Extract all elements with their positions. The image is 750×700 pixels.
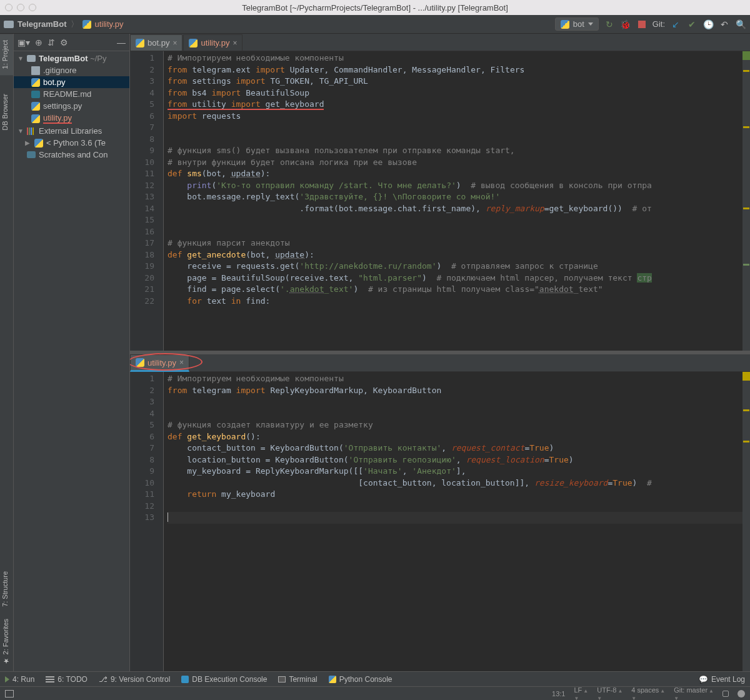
rail-tab-db-browser[interactable]: DB Browser [0, 88, 13, 137]
locate-icon[interactable]: ⊕ [35, 38, 42, 48]
line-number: 5 [132, 419, 154, 431]
tool-python-console[interactable]: Python Console [329, 675, 392, 684]
warning-stripe[interactable] [743, 70, 749, 72]
warning-stripe[interactable] [743, 409, 749, 411]
collapse-all-icon[interactable]: ⇵ [48, 38, 55, 48]
breadcrumb[interactable]: TelegramBot 〉 utility.py [4, 19, 124, 30]
expand-icon[interactable]: ▼ [18, 128, 24, 134]
minimize-traffic-icon[interactable] [17, 4, 24, 11]
status-encoding[interactable]: UTF-8▲▼ [597, 686, 622, 701]
warning-stripe[interactable] [743, 208, 749, 209]
line-number: 21 [132, 284, 154, 296]
line-number: 17 [132, 238, 154, 249]
left-tool-rail: 1: Project DB Browser 7: Structure ★ 2: … [0, 34, 14, 671]
vcs-update-icon[interactable]: ↙ [670, 19, 681, 30]
code-body-top[interactable]: # Импортируем необходимые компоненты fro… [164, 51, 750, 351]
project-tree[interactable]: ▼ TelegramBot ~/Py .gitignore bot.py REA… [14, 51, 129, 161]
line-number: 19 [132, 261, 154, 272]
tab-bot[interactable]: bot.py × [130, 34, 182, 51]
status-bar: 13:1 LF▲▼ UTF-8▲▼ 4 spaces▲▼ Git: master… [0, 686, 750, 700]
tree-label: README.md [43, 89, 91, 99]
vcs-revert-icon[interactable]: ↶ [719, 19, 730, 30]
rail-tab-favorites[interactable]: ★ 2: Favorites [0, 612, 13, 671]
status-caret-position[interactable]: 13:1 [552, 690, 565, 698]
breadcrumb-root[interactable]: TelegramBot [18, 19, 67, 29]
tool-db-console[interactable]: DB Execution Console [181, 675, 267, 684]
tree-file-bot[interactable]: bot.py [14, 76, 129, 88]
tool-windows-icon[interactable] [5, 690, 14, 698]
scope-selector-icon[interactable]: ▣▾ [18, 38, 30, 48]
inspection-status-icon[interactable] [742, 51, 750, 60]
project-tool-window: ▣▾ ⊕ ⇵ ⚙ — ▼ TelegramBot ~/Py .gitignore… [14, 34, 130, 671]
python-file-icon [189, 39, 198, 48]
close-tab-icon[interactable]: × [232, 39, 237, 48]
tree-scratches[interactable]: Scratches and Con [14, 149, 129, 161]
folder-icon [27, 55, 36, 62]
status-indent[interactable]: 4 spaces▲▼ [631, 686, 665, 701]
hide-panel-icon[interactable]: — [117, 38, 126, 48]
rail-tab-project[interactable]: 1: Project [0, 34, 13, 75]
search-everywhere-icon[interactable]: 🔍 [735, 19, 746, 30]
tree-python-sdk[interactable]: ▶ < Python 3.6 (Te [14, 137, 129, 149]
close-traffic-icon[interactable] [5, 4, 12, 11]
editor-pane-bottom[interactable]: 1 2 3 4 5 6 7 8 9 10 11 12 13 # Импортир… [130, 372, 750, 671]
status-line-separator[interactable]: LF▲▼ [574, 686, 588, 701]
chevron-down-icon [588, 22, 593, 26]
tool-version-control[interactable]: ⎇9: Version Control [99, 675, 170, 684]
editor-pane-top[interactable]: 1 2 3 4 5 6 7 8 9 10 11 12 13 14 15 16 1… [130, 51, 750, 351]
expand-icon[interactable]: ▶ [25, 139, 31, 146]
line-number: 7 [132, 442, 154, 454]
line-number: 7 [132, 122, 154, 134]
tree-label: .gitignore [43, 66, 76, 75]
tree-file-gitignore[interactable]: .gitignore [14, 64, 129, 76]
gutter-bottom[interactable]: 1 2 3 4 5 6 7 8 9 10 11 12 13 [130, 372, 164, 671]
tool-event-log[interactable]: 💬Event Log [699, 675, 745, 684]
tree-external-libraries[interactable]: ▼ External Libraries [14, 125, 129, 137]
rail-tab-structure[interactable]: 7: Structure [0, 565, 13, 613]
stop-icon[interactable] [636, 19, 648, 30]
warning-stripe[interactable] [743, 126, 749, 128]
vcs-commit-icon[interactable]: ✔ [686, 19, 698, 30]
run-config-selector[interactable]: bot [555, 18, 599, 31]
close-tab-icon[interactable]: × [172, 39, 177, 48]
gutter-top[interactable]: 1 2 3 4 5 6 7 8 9 10 11 12 13 14 15 16 1… [130, 51, 164, 351]
tree-file-settings[interactable]: settings.py [14, 100, 129, 112]
status-git-branch[interactable]: Git: master▲▼ [674, 686, 714, 701]
navigation-bar: TelegramBot 〉 utility.py bot ↻ 🐞 Git: ↙ … [0, 15, 750, 34]
editor-tabs-bottom: utility.py × [130, 354, 750, 372]
tree-label: < Python 3.6 (Te [46, 138, 106, 148]
ide-user-icon[interactable] [738, 690, 745, 698]
settings-gear-icon[interactable]: ⚙ [60, 38, 68, 48]
inspection-status-icon[interactable] [742, 372, 750, 381]
tab-utility-top[interactable]: utility.py × [183, 34, 242, 51]
python-file-icon [31, 114, 40, 123]
vcs-history-icon[interactable]: 🕒 [702, 19, 714, 30]
tree-file-readme[interactable]: README.md [14, 88, 129, 100]
breadcrumb-file[interactable]: utility.py [95, 19, 124, 29]
tab-utility-bottom[interactable]: utility.py × [130, 354, 189, 372]
line-number: 4 [132, 88, 154, 99]
editor-scrollbar[interactable] [742, 51, 750, 351]
warning-stripe[interactable] [743, 441, 749, 442]
tree-root[interactable]: ▼ TelegramBot ~/Py [14, 52, 129, 64]
line-number: 12 [132, 501, 154, 512]
tool-terminal[interactable]: Terminal [278, 675, 317, 684]
python-icon [34, 139, 43, 148]
vcs-label: Git: [652, 19, 665, 29]
expand-icon[interactable]: ▼ [18, 55, 24, 62]
tree-file-utility[interactable]: utility.py [14, 112, 129, 125]
run-with-coverage-icon[interactable]: ↻ [604, 19, 615, 30]
zoom-traffic-icon[interactable] [29, 4, 36, 11]
run-config-label: bot [573, 19, 584, 29]
debug-icon[interactable]: 🐞 [620, 19, 631, 30]
editor-scrollbar[interactable] [742, 372, 750, 671]
line-number: 6 [132, 431, 154, 443]
line-number: 6 [132, 111, 154, 122]
tool-todo[interactable]: 6: TODO [46, 675, 88, 684]
readonly-lock-icon[interactable] [722, 691, 729, 697]
tool-run[interactable]: 4: Run [5, 675, 34, 684]
typo-stripe[interactable] [743, 264, 749, 266]
line-number: 18 [132, 249, 154, 261]
close-tab-icon[interactable]: × [179, 358, 184, 367]
code-body-bottom[interactable]: # Импортируем необходимые компоненты fro… [164, 372, 750, 671]
